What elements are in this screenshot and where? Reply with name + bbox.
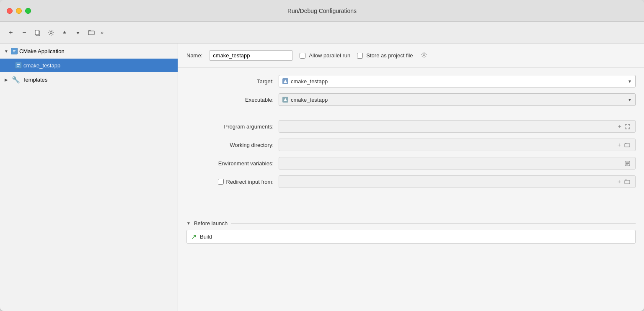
maximize-button[interactable] <box>25 8 31 14</box>
working-dir-folder-btn[interactable] <box>623 141 632 148</box>
target-dropdown[interactable]: cmake_testapp ▼ <box>279 75 636 87</box>
store-project-label: Store as project file <box>366 52 413 59</box>
main-layout: ▼ CMake Application <box>0 44 644 311</box>
svg-point-6 <box>423 54 425 56</box>
working-dir-input-wrapper: + <box>279 139 636 151</box>
target-control: cmake_testapp ▼ <box>279 75 636 87</box>
redirect-folder-btn[interactable] <box>623 178 632 185</box>
store-project-group: Store as project file <box>357 52 413 59</box>
copy-button[interactable] <box>32 27 44 39</box>
target-value: cmake_testapp <box>291 78 328 85</box>
executable-dropdown-arrow-icon: ▼ <box>628 98 632 102</box>
left-panel: ▼ CMake Application <box>0 44 178 311</box>
env-vars-input[interactable] <box>282 160 623 167</box>
tree-parent-cmake[interactable]: ▼ CMake Application <box>0 44 178 59</box>
cmake-testapp-label: cmake_testapp <box>23 62 60 69</box>
name-input[interactable] <box>209 50 293 61</box>
redirect-label-area: Redirect input from: <box>186 179 279 185</box>
svg-rect-4 <box>12 49 16 53</box>
program-args-add-btn[interactable]: + <box>616 122 623 131</box>
config-form: Target: cmake_testapp ▼ <box>178 68 644 217</box>
window: Run/Debug Configurations + − <box>0 0 644 311</box>
redirect-input[interactable] <box>282 179 616 185</box>
before-launch-arrow-icon: ▼ <box>186 221 191 226</box>
target-label: Target: <box>186 78 279 85</box>
working-dir-add-btn[interactable]: + <box>616 141 623 149</box>
allow-parallel-label: Allow parallel run <box>309 52 350 59</box>
env-vars-input-wrapper <box>279 157 636 170</box>
target-row: Target: cmake_testapp ▼ <box>186 75 636 88</box>
redirect-row: Redirect input from: + <box>186 175 636 188</box>
executable-label: Executable: <box>186 97 279 103</box>
spacer3 <box>186 202 636 210</box>
env-vars-label: Environment variables: <box>186 160 279 167</box>
tree-expand-templates-icon: ▶ <box>3 77 9 82</box>
executable-dropdown[interactable]: cmake_testapp ▼ <box>279 93 636 106</box>
redirect-label: Redirect input from: <box>226 179 274 185</box>
minimize-button[interactable] <box>16 8 22 14</box>
window-title: Run/Debug Configurations <box>287 8 357 14</box>
right-panel: Name: Allow parallel run Store as projec… <box>178 44 644 311</box>
executable-dropdown-icon <box>282 97 288 103</box>
program-args-row: Program arguments: + <box>186 120 636 133</box>
svg-rect-9 <box>625 144 630 147</box>
executable-control: cmake_testapp ▼ <box>279 93 636 106</box>
name-label: Name: <box>186 52 202 59</box>
working-dir-input[interactable] <box>282 142 616 148</box>
redirect-add-btn[interactable]: + <box>616 177 623 186</box>
working-dir-label: Working directory: <box>186 142 279 148</box>
program-args-expand-btn[interactable] <box>623 123 632 130</box>
down-button[interactable] <box>72 27 84 39</box>
templates-label: Templates <box>23 77 47 83</box>
tree-item-cmake-testapp[interactable]: cmake_testapp <box>0 59 178 72</box>
before-launch-divider <box>231 223 636 224</box>
svg-point-2 <box>50 31 52 33</box>
redirect-checkbox[interactable] <box>218 179 224 185</box>
up-button[interactable] <box>59 27 70 39</box>
svg-rect-14 <box>625 180 630 184</box>
env-vars-edit-btn[interactable] <box>623 160 632 167</box>
working-dir-control: + <box>279 139 636 151</box>
build-label: Build <box>200 234 212 240</box>
add-button[interactable]: + <box>5 27 17 39</box>
cmake-app-icon <box>11 48 18 54</box>
spacer1 <box>186 111 636 120</box>
program-args-input-wrapper: + <box>279 120 636 133</box>
svg-rect-5 <box>16 63 21 67</box>
before-launch-header: ▼ Before launch <box>186 220 636 226</box>
svg-rect-3 <box>88 31 94 35</box>
before-launch-section: ▼ Before launch ↗ Build <box>178 220 644 244</box>
program-args-label: Program arguments: <box>186 123 279 130</box>
tree-item-templates[interactable]: ▶ 🔧 Templates <box>0 72 178 87</box>
tree-expand-cmake-icon: ▼ <box>3 48 9 54</box>
svg-marker-8 <box>284 98 287 101</box>
program-args-control: + <box>279 120 636 133</box>
settings-button[interactable] <box>45 27 57 39</box>
allow-parallel-checkbox[interactable] <box>300 53 305 59</box>
redirect-input-wrapper: + <box>279 175 636 188</box>
program-args-input[interactable] <box>282 123 616 130</box>
env-vars-control <box>279 157 636 170</box>
toolbar: + − <box>0 22 644 44</box>
spacer2 <box>186 193 636 202</box>
build-arrow-icon: ↗ <box>191 233 197 241</box>
traffic-lights <box>7 8 31 14</box>
wrench-icon: 🔧 <box>12 76 20 84</box>
target-dropdown-arrow-icon: ▼ <box>628 79 632 84</box>
allow-parallel-group: Allow parallel run <box>300 52 350 59</box>
remove-button[interactable]: − <box>18 27 30 39</box>
folder-button[interactable] <box>85 27 97 39</box>
working-dir-row: Working directory: + <box>186 138 636 152</box>
close-button[interactable] <box>7 8 13 14</box>
more-button[interactable]: » <box>99 29 105 36</box>
titlebar: Run/Debug Configurations <box>0 0 644 22</box>
svg-marker-7 <box>284 80 287 83</box>
cmake-app-label: CMake Application <box>19 48 65 54</box>
cmake-testapp-icon <box>15 62 22 69</box>
config-header: Name: Allow parallel run Store as projec… <box>178 44 644 68</box>
build-row[interactable]: ↗ Build <box>186 230 636 244</box>
store-project-checkbox[interactable] <box>357 53 363 59</box>
gear-button[interactable] <box>420 51 428 61</box>
env-vars-row: Environment variables: <box>186 157 636 170</box>
before-launch-title: Before launch <box>194 220 228 226</box>
